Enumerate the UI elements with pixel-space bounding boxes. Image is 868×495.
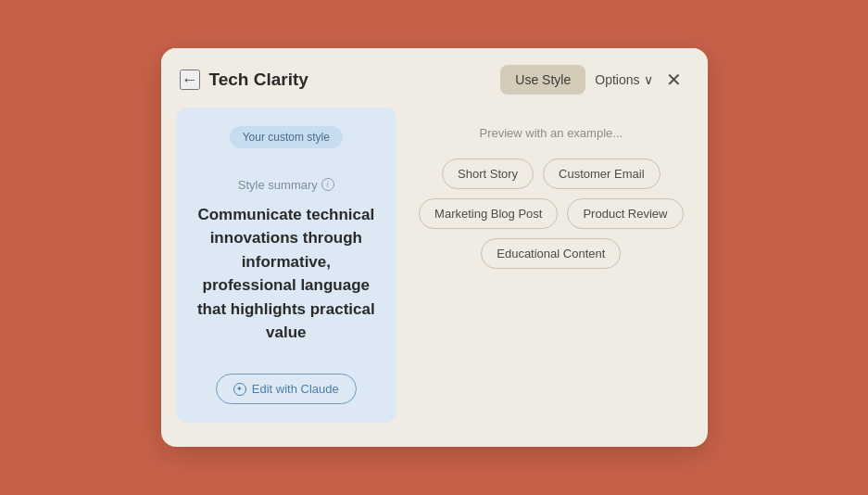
header-left: ← Tech Clarity xyxy=(180,70,308,90)
modal-header: ← Tech Clarity Use Style Options ∨ ✕ xyxy=(161,48,708,108)
tags-row-1: Short Story Customer Email xyxy=(442,159,660,189)
educational-content-tag[interactable]: Educational Content xyxy=(481,238,621,269)
chevron-down-icon: ∨ xyxy=(644,72,653,87)
preview-label: Preview with an example... xyxy=(479,126,623,140)
marketing-blog-post-tag[interactable]: Marketing Blog Post xyxy=(419,198,558,229)
edit-button-label: Edit with Claude xyxy=(252,382,339,396)
short-story-tag[interactable]: Short Story xyxy=(442,159,534,189)
info-icon: i xyxy=(321,178,334,191)
tags-row-3: Educational Content xyxy=(481,238,621,269)
product-review-tag[interactable]: Product Review xyxy=(567,198,683,229)
preview-tags: Short Story Customer Email Marketing Blo… xyxy=(419,159,683,269)
left-panel: Your custom style Style summary i Commun… xyxy=(176,108,397,423)
options-button[interactable]: Options ∨ xyxy=(595,72,652,87)
use-style-button[interactable]: Use Style xyxy=(500,65,585,95)
right-panel: Preview with an example... Short Story C… xyxy=(409,108,692,423)
customer-email-tag[interactable]: Customer Email xyxy=(543,159,660,189)
modal-container: ← Tech Clarity Use Style Options ∨ ✕ You… xyxy=(161,48,708,447)
modal-body: Your custom style Style summary i Commun… xyxy=(161,108,708,441)
header-right: Use Style Options ∨ ✕ xyxy=(500,65,685,95)
custom-style-badge: Your custom style xyxy=(230,126,343,148)
claude-icon: ✦ xyxy=(233,383,246,396)
style-summary-section: Style summary i Communicate technical in… xyxy=(195,148,379,374)
options-label: Options xyxy=(595,72,639,87)
back-button[interactable]: ← xyxy=(180,70,200,90)
style-summary-label: Style summary i xyxy=(238,178,334,192)
style-description: Communicate technical innovations throug… xyxy=(195,203,379,345)
tags-row-2: Marketing Blog Post Product Review xyxy=(419,198,683,229)
close-button[interactable]: ✕ xyxy=(662,69,686,91)
edit-with-claude-button[interactable]: ✦ Edit with Claude xyxy=(216,374,357,404)
modal-title: Tech Clarity xyxy=(209,70,308,90)
